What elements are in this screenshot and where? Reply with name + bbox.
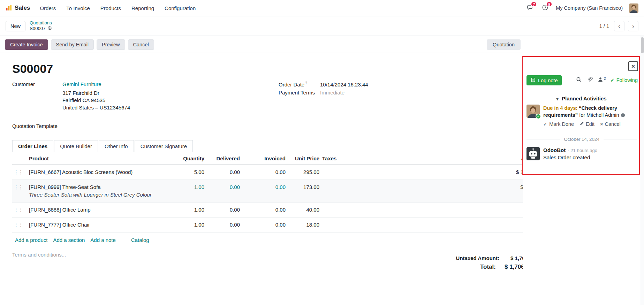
drag-handle-icon[interactable]: ⋮⋮ — [12, 218, 28, 232]
message-body: Sales Order created — [543, 154, 597, 160]
stage-quotation[interactable]: Quotation — [487, 39, 521, 50]
tab-customer-signature[interactable]: Customer Signature — [135, 140, 193, 152]
close-chatter-button[interactable]: × — [628, 61, 638, 71]
mark-done-button[interactable]: ✓ Mark Done — [543, 121, 574, 128]
add-product-link[interactable]: Add a product — [15, 237, 47, 243]
delivered-cell: 0.00 — [206, 165, 241, 180]
pager-prev-button[interactable]: ‹ — [614, 21, 624, 31]
quantity-cell[interactable]: 5.00 — [176, 165, 206, 180]
terms-placeholder[interactable]: Terms and conditions... — [12, 252, 66, 273]
edit-activity-button[interactable]: Edit — [579, 121, 594, 128]
col-unit-price: Unit Price — [287, 152, 321, 165]
company-switcher[interactable]: My Company (San Francisco) — [556, 5, 623, 11]
cancel-button[interactable]: Cancel — [128, 39, 154, 50]
attach-files-button[interactable] — [587, 77, 593, 84]
new-button[interactable]: New — [6, 21, 25, 31]
catalog-link[interactable]: Catalog — [131, 237, 149, 243]
pencil-icon — [579, 121, 584, 128]
breadcrumb-quotations[interactable]: Quotations — [30, 20, 52, 25]
app-name[interactable]: Sales — [15, 5, 30, 12]
product-cell[interactable]: [FURN_8888] Office Lamp — [28, 203, 176, 218]
delivered-cell: 0.00 — [206, 180, 241, 203]
payment-terms-value[interactable]: Immediate — [320, 90, 344, 96]
unit-price-cell[interactable]: 40.00 — [287, 203, 321, 218]
breadcrumb: Quotations S00007 — [30, 20, 52, 31]
address-line: United States – US12345674 — [62, 104, 279, 111]
customer-label: Customer — [12, 81, 62, 87]
amount-cell: $ 1,475.00 — [375, 165, 523, 180]
preview-button[interactable]: Preview — [97, 39, 125, 50]
check-icon: ✓ — [611, 77, 615, 83]
menu-products[interactable]: Products — [100, 5, 121, 11]
drag-handle-icon[interactable]: ⋮⋮ — [12, 180, 28, 203]
tab-quote-builder[interactable]: Quote Builder — [54, 140, 98, 152]
scrollbar-track — [640, 36, 644, 305]
unit-price-cell[interactable]: 18.00 — [287, 218, 321, 232]
col-taxes: Taxes — [321, 152, 375, 165]
product-cell[interactable]: [FURN_7777] Office Chair — [28, 218, 176, 232]
order-line-row[interactable]: ⋮⋮ [FURN_8888] Office Lamp 1.00 0.00 0.0… — [12, 203, 523, 218]
tab-order-lines[interactable]: Order Lines — [12, 140, 53, 152]
breadcrumb-current: S00007 — [30, 26, 45, 31]
paperclip-icon — [587, 77, 593, 84]
add-section-link[interactable]: Add a section — [53, 237, 85, 243]
quantity-cell[interactable]: 1.00 — [176, 203, 206, 218]
drag-handle-icon[interactable]: ⋮⋮ — [12, 203, 28, 218]
unit-price-cell[interactable]: 173.00 — [287, 180, 321, 203]
invoiced-cell: 0.00 — [241, 218, 287, 232]
quantity-cell[interactable]: 1.00 — [176, 218, 206, 232]
create-invoice-button[interactable]: Create Invoice — [5, 39, 48, 50]
product-cell[interactable]: [FURN_8999] Three-Seat Sofa Three Seater… — [28, 180, 176, 203]
following-button[interactable]: ✓ Following — [611, 77, 638, 83]
close-icon: × — [631, 63, 635, 69]
invoiced-cell: 0.00 — [241, 203, 287, 218]
menu-reporting[interactable]: Reporting — [131, 5, 154, 11]
menu-orders[interactable]: Orders — [40, 5, 56, 11]
taxes-cell[interactable] — [321, 180, 375, 203]
customer-link[interactable]: Gemini Furniture — [62, 81, 101, 87]
pager-next-button[interactable]: › — [628, 21, 638, 31]
menu-configuration[interactable]: Configuration — [165, 5, 196, 11]
add-note-link[interactable]: Add a note — [90, 237, 116, 243]
cancel-activity-button[interactable]: × Cancel — [600, 121, 621, 128]
record-pager: 1 / 1 ‹ › — [599, 21, 638, 31]
address-line: Fairfield CA 94535 — [62, 97, 279, 104]
menu-to-invoice[interactable]: To Invoice — [66, 5, 90, 11]
quantity-cell[interactable]: 1.00 — [176, 180, 206, 203]
taxes-cell[interactable] — [321, 203, 375, 218]
pager-count: 1 / 1 — [599, 23, 609, 29]
messages-button[interactable]: 7 — [525, 3, 534, 13]
quotation-title: S00007 — [12, 62, 523, 76]
info-icon[interactable] — [621, 112, 625, 118]
taxes-cell[interactable] — [321, 218, 375, 232]
log-note-button[interactable]: Log note — [526, 75, 562, 85]
followers-icon — [598, 77, 604, 84]
apps-menu-button[interactable]: Sales — [6, 5, 30, 12]
send-by-email-button[interactable]: Send by Email — [51, 39, 94, 50]
user-avatar[interactable] — [629, 3, 638, 13]
activity-avatar: ✓ — [526, 105, 540, 118]
notebook-tabs: Order Lines Quote Builder Other Info Cus… — [12, 140, 523, 152]
customer-address: 317 Fairchild Dr Fairfield CA 94535 Unit… — [62, 89, 279, 111]
amount-cell: $ 173.00 — [375, 180, 523, 203]
order-date-value[interactable]: 10/14/2024 16:23:44 — [320, 82, 368, 87]
followers-button[interactable]: 2 — [598, 77, 606, 84]
tab-other-info[interactable]: Other Info — [99, 140, 134, 152]
gear-icon[interactable] — [47, 25, 52, 31]
search-messages-button[interactable] — [576, 77, 582, 84]
date-separator: October 14, 2024 — [526, 137, 637, 142]
scrollbar-thumb[interactable] — [641, 37, 644, 53]
unit-price-cell[interactable]: 295.00 — [287, 165, 321, 180]
order-line-row[interactable]: ⋮⋮ [FURN_7777] Office Chair 1.00 0.00 0.… — [12, 218, 523, 232]
product-cell[interactable]: [FURN_6667] Acoustic Bloc Screens (Wood) — [28, 165, 176, 180]
table-header-row: Product Quantity Delivered Invoiced Unit… — [12, 152, 523, 165]
activities-button[interactable]: 5 — [540, 3, 550, 13]
order-line-row[interactable]: ⋮⋮ [FURN_6667] Acoustic Bloc Screens (Wo… — [12, 165, 523, 180]
taxes-cell[interactable] — [321, 165, 375, 180]
planned-activities-header[interactable]: ▾ Planned Activities — [523, 96, 640, 101]
message-author: OdooBot — [543, 147, 566, 153]
odoobot-avatar — [526, 147, 540, 160]
drag-handle-icon[interactable]: ⋮⋮ — [12, 165, 28, 180]
col-amount: Amount — [375, 152, 523, 165]
order-line-row[interactable]: ⋮⋮ [FURN_8999] Three-Seat Sofa Three Sea… — [12, 180, 523, 203]
